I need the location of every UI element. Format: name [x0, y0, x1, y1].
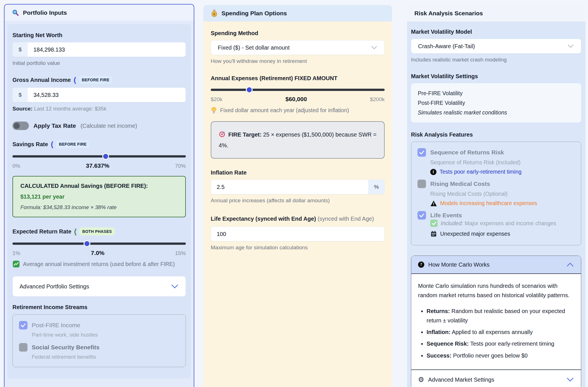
feature-row-medical: Rising Medical Costs: [417, 180, 575, 188]
life-expectancy-input-group: [211, 227, 385, 241]
feature-label: Sequence of Returns Risk: [430, 149, 504, 156]
post-fire-volatility: Post-FIRE Volatility: [418, 98, 574, 108]
stream-row-post-fire: Post-FIRE Income: [19, 321, 179, 329]
return-rate-label: Expected Return Rate: [12, 228, 71, 235]
bullet-inflation: Inflation: Applied to all expenses annua…: [427, 328, 574, 337]
medical-note: Models increasing healthcare expenses: [430, 200, 575, 207]
chevron-up-icon[interactable]: [566, 262, 574, 267]
volatility-settings-note: Simulates realistic market conditions: [418, 108, 574, 117]
slider-thumb[interactable]: [84, 240, 90, 247]
included-label: Included:: [441, 220, 463, 226]
fire-target-box: FIRE Target: 25 × expenses ($1,500,000) …: [211, 121, 385, 159]
tax-toggle-row: Apply Tax Rate (Calculate net income): [12, 122, 186, 130]
volatility-model-select[interactable]: Crash-Aware (Fat-Tail): [411, 39, 581, 54]
badge-paren: (: [74, 229, 77, 234]
lightbulb-icon: [211, 107, 217, 114]
sequence-note-text[interactable]: Tests poor early-retirement timing: [440, 169, 521, 175]
sequence-note: i Tests poor early-retirement timing: [430, 169, 575, 175]
feature-row-sequence: Sequence of Returns Risk: [417, 148, 575, 157]
expenses-note: Fixed dollar amount each year (adjusted …: [211, 107, 385, 114]
slider-current: 37.637%: [86, 162, 109, 169]
checkbox-checked[interactable]: [19, 321, 27, 329]
checkbox-checked[interactable]: [417, 211, 426, 220]
bullet-success: Success: Portfolio never goes below $0: [427, 351, 574, 360]
slider-thumb[interactable]: [102, 153, 109, 160]
bullet-sequence-risk: Sequence Risk: Tests poor early-retireme…: [427, 339, 574, 348]
expenses-note-text: Fixed dollar amount each year (adjusted …: [220, 107, 349, 114]
chevron-down-icon: [567, 44, 574, 48]
target-icon: [219, 131, 225, 138]
return-rate-slider[interactable]: [12, 240, 186, 247]
income-input[interactable]: [28, 88, 186, 102]
life-events-included: Included: Major expenses and income chan…: [430, 220, 575, 227]
monte-carlo-header[interactable]: ? How Monte Carlo Works: [411, 256, 581, 273]
savings-rate-values: 0% 37.637% 70%: [12, 162, 186, 169]
savings-rate-slider[interactable]: [12, 153, 186, 160]
medical-note-text: Models increasing healthcare expenses: [440, 200, 537, 207]
checkbox-unchecked[interactable]: [417, 180, 426, 188]
monte-carlo-content: Monte Carlo simulation runs hundreds of …: [411, 274, 581, 369]
feature-desc: Sequence of Returns Risk (Included): [430, 159, 575, 166]
stream-desc: Part-time work, side hustles: [32, 332, 179, 338]
annual-expenses-values: $20k $60,000 $200k: [211, 96, 385, 103]
slider-current: $60,000: [286, 96, 307, 103]
advanced-portfolio-settings[interactable]: Advanced Portfolio Settings: [12, 276, 186, 297]
net-worth-input[interactable]: [28, 42, 186, 57]
stream-desc: Federal retirement benefits: [32, 354, 179, 360]
slider-min: 0%: [12, 163, 20, 169]
spending-plan-header: $ Spending Plan Options: [203, 5, 392, 22]
monte-carlo-intro: Monte Carlo simulation runs hundreds of …: [418, 281, 574, 300]
life-expectancy-note: (synced with End Age): [318, 216, 374, 222]
checkbox-checked[interactable]: [417, 148, 426, 157]
feature-label: Rising Medical Costs: [430, 180, 490, 187]
calc-formula: Formula: $34,528.33 income × 38% rate: [20, 204, 178, 210]
risk-features-box: Sequence of Returns Risk Sequence of Ret…: [411, 142, 581, 245]
panel-title: Spending Plan Options: [221, 10, 287, 17]
calc-amount: $13,121 per year: [20, 194, 178, 200]
portfolio-inputs-header: Portfolio Inputs: [5, 5, 194, 21]
return-rate-label-row: Expected Return Rate ( BOTH PHASES: [12, 227, 186, 235]
magnifier-icon: [12, 9, 19, 16]
fire-target-label: FIRE Target:: [228, 131, 261, 138]
inflation-input[interactable]: [211, 180, 368, 194]
spending-plan-panel: $ Spending Plan Options Spending Method …: [203, 5, 392, 387]
chart-increasing-icon: [12, 260, 20, 268]
dollar-prefix: $: [13, 42, 28, 57]
risk-analysis-panel: Risk Analysis Scenarios Market Volatilit…: [407, 5, 585, 387]
apply-tax-toggle[interactable]: [12, 122, 29, 130]
stream-label: Social Security Benefits: [32, 344, 99, 351]
inflation-help: Annual price increases (affects all doll…: [211, 197, 385, 204]
life-expectancy-label: Life Expectancy (synced with End Age): [211, 216, 316, 222]
annual-expenses-slider[interactable]: [211, 86, 385, 93]
risk-analysis-header: Risk Analysis Scenarios: [407, 5, 585, 22]
percent-suffix: %: [368, 180, 384, 194]
checkbox-unchecked[interactable]: [19, 343, 27, 352]
spending-method-value: Fixed ($) - Set dollar amount: [218, 44, 289, 51]
pre-fire-volatility: Pre-FIRE Volatility: [418, 88, 574, 98]
volatility-model-label: Market Volatility Model: [411, 29, 581, 35]
portfolio-inputs-panel: Portfolio Inputs Starting Net Worth $ In…: [4, 4, 194, 387]
bullet-returns: Returns: Random but realistic based on y…: [427, 307, 574, 325]
money-bag-icon: $: [211, 10, 218, 17]
slider-thumb[interactable]: [246, 86, 253, 93]
slider-current: 7.0%: [91, 250, 105, 256]
savings-rate-label: Savings Rate: [12, 141, 48, 148]
slider-max: $200k: [370, 96, 385, 103]
panel-title: Risk Analysis Scenarios: [414, 10, 483, 17]
gear-icon: ⚙: [418, 376, 424, 383]
chevron-down-icon[interactable]: [566, 377, 574, 382]
dollar-prefix: $: [13, 88, 28, 102]
life-expectancy-input[interactable]: [211, 227, 384, 241]
net-worth-help: Initial portfolio value: [12, 60, 186, 66]
spending-method-select[interactable]: Fixed ($) - Set dollar amount: [211, 40, 385, 55]
income-input-group: $: [12, 88, 186, 102]
spending-method-help: How you'll withdraw money in retirement: [211, 58, 385, 64]
advanced-market-label: Advanced Market Settings: [428, 377, 494, 383]
question-icon: ?: [418, 261, 424, 268]
advanced-market-settings[interactable]: ⚙ Advanced Market Settings: [411, 370, 581, 387]
badge-paren: (: [74, 77, 76, 83]
income-streams-box: Post-FIRE Income Part-time work, side hu…: [12, 314, 186, 367]
fire-calculator-page: Portfolio Inputs Starting Net Worth $ In…: [0, 0, 588, 387]
slider-max: 15%: [175, 250, 186, 256]
slider-min: 1%: [12, 250, 20, 256]
